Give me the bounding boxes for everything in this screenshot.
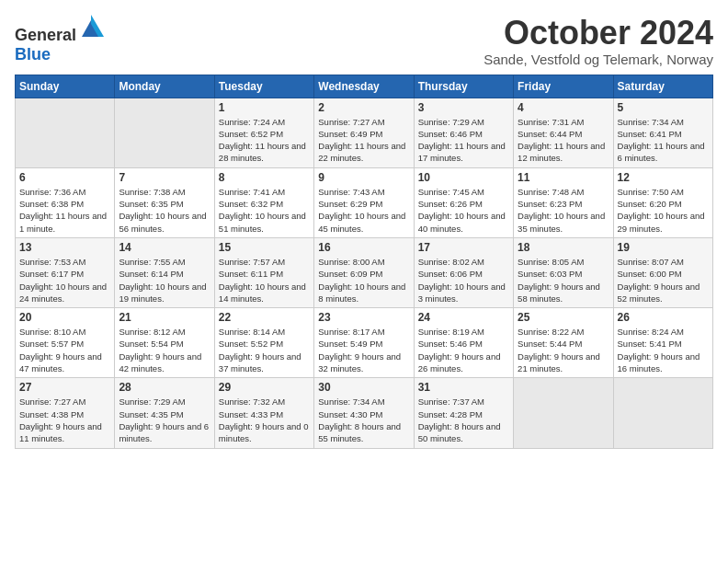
day-number: 20 bbox=[19, 311, 110, 324]
calendar-cell bbox=[514, 378, 613, 448]
day-number: 4 bbox=[518, 101, 609, 114]
logo-icon bbox=[78, 15, 104, 40]
day-info: Sunrise: 7:34 AM Sunset: 4:30 PM Dayligh… bbox=[318, 396, 409, 444]
day-info: Sunrise: 7:55 AM Sunset: 6:14 PM Dayligh… bbox=[119, 256, 210, 304]
calendar-week-row: 6Sunrise: 7:36 AM Sunset: 6:38 PM Daylig… bbox=[16, 167, 713, 237]
month-title: October 2024 bbox=[483, 15, 713, 52]
day-info: Sunrise: 7:34 AM Sunset: 6:41 PM Dayligh… bbox=[618, 116, 709, 165]
calendar-cell: 23Sunrise: 8:17 AM Sunset: 5:49 PM Dayli… bbox=[314, 308, 414, 378]
calendar-cell: 27Sunrise: 7:27 AM Sunset: 4:38 PM Dayli… bbox=[16, 378, 115, 448]
day-number: 2 bbox=[318, 101, 409, 114]
calendar-cell: 7Sunrise: 7:38 AM Sunset: 6:35 PM Daylig… bbox=[115, 167, 214, 237]
calendar-cell: 29Sunrise: 7:32 AM Sunset: 4:33 PM Dayli… bbox=[214, 378, 313, 448]
day-info: Sunrise: 7:31 AM Sunset: 6:44 PM Dayligh… bbox=[518, 116, 609, 165]
day-info: Sunrise: 8:14 AM Sunset: 5:52 PM Dayligh… bbox=[219, 326, 310, 374]
calendar-cell: 8Sunrise: 7:41 AM Sunset: 6:32 PM Daylig… bbox=[214, 167, 313, 237]
calendar-cell: 9Sunrise: 7:43 AM Sunset: 6:29 PM Daylig… bbox=[314, 167, 414, 237]
calendar-cell: 15Sunrise: 7:57 AM Sunset: 6:11 PM Dayli… bbox=[214, 237, 313, 307]
day-number: 12 bbox=[618, 171, 709, 184]
day-info: Sunrise: 7:41 AM Sunset: 6:32 PM Dayligh… bbox=[219, 186, 310, 235]
calendar-cell: 12Sunrise: 7:50 AM Sunset: 6:20 PM Dayli… bbox=[613, 167, 712, 237]
day-number: 28 bbox=[119, 381, 210, 394]
calendar-cell: 14Sunrise: 7:55 AM Sunset: 6:14 PM Dayli… bbox=[115, 237, 214, 307]
calendar-cell: 28Sunrise: 7:29 AM Sunset: 4:35 PM Dayli… bbox=[115, 378, 214, 448]
day-number: 11 bbox=[518, 171, 609, 184]
day-info: Sunrise: 7:57 AM Sunset: 6:11 PM Dayligh… bbox=[219, 256, 310, 304]
calendar-cell: 3Sunrise: 7:29 AM Sunset: 6:46 PM Daylig… bbox=[414, 98, 513, 167]
weekday-header: Saturday bbox=[613, 75, 712, 98]
day-info: Sunrise: 7:36 AM Sunset: 6:38 PM Dayligh… bbox=[19, 186, 110, 235]
title-block: October 2024 Sande, Vestfold og Telemark… bbox=[483, 15, 713, 67]
calendar-cell: 24Sunrise: 8:19 AM Sunset: 5:46 PM Dayli… bbox=[414, 308, 513, 378]
calendar-cell: 19Sunrise: 8:07 AM Sunset: 6:00 PM Dayli… bbox=[613, 237, 712, 307]
calendar-cell: 18Sunrise: 8:05 AM Sunset: 6:03 PM Dayli… bbox=[514, 237, 613, 307]
day-number: 25 bbox=[518, 311, 609, 324]
day-info: Sunrise: 7:45 AM Sunset: 6:26 PM Dayligh… bbox=[418, 186, 509, 235]
day-info: Sunrise: 7:38 AM Sunset: 6:35 PM Dayligh… bbox=[119, 186, 210, 235]
day-info: Sunrise: 8:24 AM Sunset: 5:41 PM Dayligh… bbox=[618, 326, 709, 374]
day-number: 13 bbox=[19, 241, 110, 254]
day-info: Sunrise: 7:53 AM Sunset: 6:17 PM Dayligh… bbox=[19, 256, 110, 304]
day-number: 31 bbox=[418, 381, 509, 394]
day-number: 29 bbox=[219, 381, 310, 394]
location-title: Sande, Vestfold og Telemark, Norway bbox=[483, 52, 713, 67]
day-number: 17 bbox=[418, 241, 509, 254]
day-info: Sunrise: 7:50 AM Sunset: 6:20 PM Dayligh… bbox=[618, 186, 709, 235]
day-number: 14 bbox=[119, 241, 210, 254]
day-number: 22 bbox=[219, 311, 310, 324]
day-info: Sunrise: 8:10 AM Sunset: 5:57 PM Dayligh… bbox=[19, 326, 110, 374]
calendar-cell bbox=[16, 98, 115, 167]
calendar-cell: 31Sunrise: 7:37 AM Sunset: 4:28 PM Dayli… bbox=[414, 378, 513, 448]
weekday-header: Friday bbox=[514, 75, 613, 98]
calendar-cell: 10Sunrise: 7:45 AM Sunset: 6:26 PM Dayli… bbox=[414, 167, 513, 237]
calendar-cell: 30Sunrise: 7:34 AM Sunset: 4:30 PM Dayli… bbox=[314, 378, 414, 448]
weekday-header: Wednesday bbox=[314, 75, 414, 98]
logo-blue: Blue bbox=[15, 45, 51, 63]
day-info: Sunrise: 8:17 AM Sunset: 5:49 PM Dayligh… bbox=[318, 326, 409, 374]
day-info: Sunrise: 8:07 AM Sunset: 6:00 PM Dayligh… bbox=[618, 256, 709, 304]
calendar-cell: 13Sunrise: 7:53 AM Sunset: 6:17 PM Dayli… bbox=[16, 237, 115, 307]
day-number: 6 bbox=[19, 171, 110, 184]
day-info: Sunrise: 8:22 AM Sunset: 5:44 PM Dayligh… bbox=[518, 326, 609, 374]
calendar-week-row: 20Sunrise: 8:10 AM Sunset: 5:57 PM Dayli… bbox=[16, 308, 713, 378]
day-info: Sunrise: 7:48 AM Sunset: 6:23 PM Dayligh… bbox=[518, 186, 609, 235]
day-number: 27 bbox=[19, 381, 110, 394]
day-info: Sunrise: 7:37 AM Sunset: 4:28 PM Dayligh… bbox=[418, 396, 509, 444]
calendar-cell: 2Sunrise: 7:27 AM Sunset: 6:49 PM Daylig… bbox=[314, 98, 414, 167]
calendar-cell bbox=[115, 98, 214, 167]
calendar-cell: 20Sunrise: 8:10 AM Sunset: 5:57 PM Dayli… bbox=[16, 308, 115, 378]
day-info: Sunrise: 7:27 AM Sunset: 6:49 PM Dayligh… bbox=[318, 116, 409, 165]
day-number: 9 bbox=[318, 171, 409, 184]
day-info: Sunrise: 8:00 AM Sunset: 6:09 PM Dayligh… bbox=[318, 256, 409, 304]
day-number: 10 bbox=[418, 171, 509, 184]
day-info: Sunrise: 7:24 AM Sunset: 6:52 PM Dayligh… bbox=[219, 116, 310, 165]
day-number: 3 bbox=[418, 101, 509, 114]
calendar-cell: 4Sunrise: 7:31 AM Sunset: 6:44 PM Daylig… bbox=[514, 98, 613, 167]
day-number: 21 bbox=[119, 311, 210, 324]
calendar-cell: 21Sunrise: 8:12 AM Sunset: 5:54 PM Dayli… bbox=[115, 308, 214, 378]
calendar-cell: 5Sunrise: 7:34 AM Sunset: 6:41 PM Daylig… bbox=[613, 98, 712, 167]
day-info: Sunrise: 7:29 AM Sunset: 4:35 PM Dayligh… bbox=[119, 396, 210, 444]
day-number: 24 bbox=[418, 311, 509, 324]
logo-general: General bbox=[15, 26, 76, 44]
calendar-cell: 22Sunrise: 8:14 AM Sunset: 5:52 PM Dayli… bbox=[214, 308, 313, 378]
calendar-cell: 11Sunrise: 7:48 AM Sunset: 6:23 PM Dayli… bbox=[514, 167, 613, 237]
day-info: Sunrise: 8:19 AM Sunset: 5:46 PM Dayligh… bbox=[418, 326, 509, 374]
day-info: Sunrise: 7:27 AM Sunset: 4:38 PM Dayligh… bbox=[19, 396, 110, 444]
logo: General Blue bbox=[15, 15, 104, 64]
calendar-cell: 6Sunrise: 7:36 AM Sunset: 6:38 PM Daylig… bbox=[16, 167, 115, 237]
day-number: 23 bbox=[318, 311, 409, 324]
day-info: Sunrise: 7:29 AM Sunset: 6:46 PM Dayligh… bbox=[418, 116, 509, 165]
day-info: Sunrise: 8:05 AM Sunset: 6:03 PM Dayligh… bbox=[518, 256, 609, 304]
calendar-week-row: 27Sunrise: 7:27 AM Sunset: 4:38 PM Dayli… bbox=[16, 378, 713, 448]
day-number: 7 bbox=[119, 171, 210, 184]
weekday-header: Monday bbox=[115, 75, 214, 98]
day-info: Sunrise: 7:43 AM Sunset: 6:29 PM Dayligh… bbox=[318, 186, 409, 235]
weekday-header-row: SundayMondayTuesdayWednesdayThursdayFrid… bbox=[16, 75, 713, 98]
calendar-cell bbox=[613, 378, 712, 448]
weekday-header: Sunday bbox=[16, 75, 115, 98]
page-header: General Blue October 2024 Sande, Vestfol… bbox=[15, 15, 713, 67]
day-number: 15 bbox=[219, 241, 310, 254]
day-number: 8 bbox=[219, 171, 310, 184]
day-number: 19 bbox=[618, 241, 709, 254]
